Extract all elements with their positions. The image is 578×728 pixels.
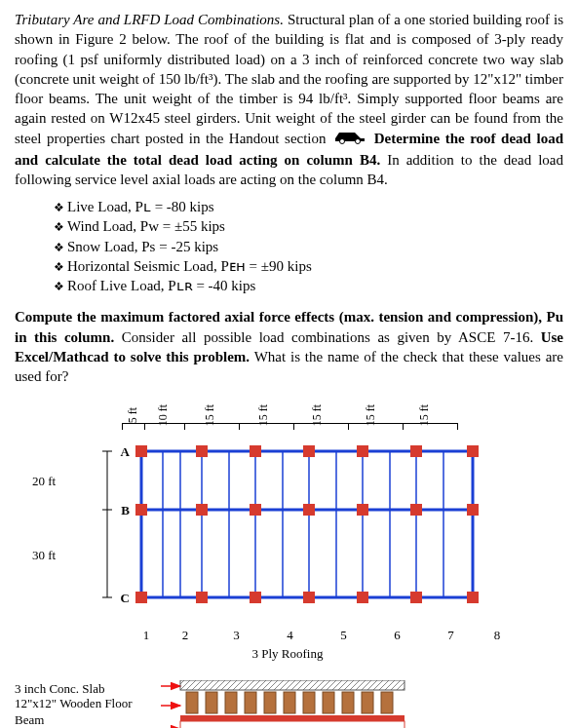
figure-plan: 5 ft 10 ft 15 ft 15 ft 15 ft 15 ft 15 ft… <box>83 394 563 662</box>
svg-rect-54 <box>323 692 334 713</box>
svg-rect-27 <box>357 504 368 516</box>
col-num: 8 <box>478 627 517 644</box>
svg-rect-24 <box>196 504 208 516</box>
svg-rect-30 <box>135 592 147 603</box>
svg-rect-50 <box>245 692 256 713</box>
col-num: 7 <box>424 627 478 644</box>
list-item: Live Load, Pʟ = -80 kips <box>54 197 563 216</box>
svg-rect-31 <box>196 592 208 603</box>
svg-rect-36 <box>467 592 479 603</box>
col-num: 3 <box>210 627 263 644</box>
svg-rect-20 <box>357 445 368 457</box>
svg-rect-34 <box>357 592 368 603</box>
svg-rect-28 <box>410 504 422 516</box>
list-item: Horizontal Seismic Load, Pᴇʜ = ±90 kips <box>54 256 563 276</box>
car-icon <box>333 129 366 149</box>
spacing-label: 5 ft <box>125 407 140 423</box>
svg-rect-58 <box>180 715 405 721</box>
svg-rect-26 <box>303 504 315 516</box>
svg-point-1 <box>356 139 361 144</box>
spacing-label: 15 ft <box>415 404 431 426</box>
svg-rect-21 <box>410 445 422 457</box>
figure-caption: 3 Ply Roofing <box>122 645 453 663</box>
col-num: 2 <box>161 627 210 644</box>
svg-rect-35 <box>410 592 422 603</box>
spacing-label: 15 ft <box>362 404 377 426</box>
svg-rect-18 <box>250 445 261 457</box>
svg-rect-55 <box>342 692 354 713</box>
svg-rect-19 <box>303 445 315 457</box>
spacing-label: 15 ft <box>308 404 324 426</box>
list-item: Roof Live Load, Pʟʀ = -40 kips <box>54 276 563 295</box>
svg-rect-16 <box>135 445 147 457</box>
spacing-label: 15 ft <box>254 404 270 426</box>
svg-rect-22 <box>467 445 479 457</box>
svg-rect-53 <box>303 692 315 713</box>
svg-rect-45 <box>180 680 405 690</box>
svg-rect-23 <box>135 504 147 516</box>
col-num: 6 <box>370 627 424 644</box>
svg-rect-52 <box>284 692 295 713</box>
svg-rect-57 <box>381 692 393 713</box>
list-item: Wind Load, Pw = ±55 kips <box>54 216 563 236</box>
svg-rect-60 <box>180 721 405 728</box>
intro-body: Structural plan of a one storied buildin… <box>15 12 563 146</box>
col-num: 5 <box>317 627 370 644</box>
svg-rect-25 <box>250 504 261 516</box>
section-title: Tributary Are and LRFD Load Combinations… <box>15 12 284 27</box>
svg-rect-49 <box>225 692 237 713</box>
row-label-b: B <box>121 503 130 517</box>
svg-rect-29 <box>467 504 479 516</box>
svg-rect-33 <box>303 592 315 603</box>
section-label-beam: 12"x12" Wooden Floor Beam <box>15 695 141 728</box>
vdim-2: 30 ft <box>32 547 56 564</box>
svg-rect-47 <box>186 692 198 713</box>
row-label-c: C <box>121 591 130 605</box>
section-svg <box>161 680 414 728</box>
spacing-label: 10 ft <box>155 404 171 426</box>
vdim-1: 20 ft <box>32 473 56 490</box>
svg-point-0 <box>340 139 345 144</box>
svg-rect-2 <box>141 451 473 597</box>
figure-section: 3 inch Conc. Slab 12"x12" Wooden Floor B… <box>15 680 563 728</box>
load-list: Live Load, Pʟ = -80 kips Wind Load, Pw =… <box>15 197 563 295</box>
svg-rect-51 <box>264 692 276 713</box>
plan-svg: A B C <box>102 441 492 617</box>
task-rest-1: Consider all possible load combinations … <box>122 329 533 345</box>
spacing-label: 15 ft <box>201 404 216 426</box>
svg-rect-56 <box>362 692 373 713</box>
col-num: 4 <box>263 627 317 644</box>
svg-rect-32 <box>250 592 261 603</box>
svg-rect-48 <box>206 692 217 713</box>
svg-rect-17 <box>196 445 208 457</box>
list-item: Snow Load, Ps = -25 kips <box>54 237 563 256</box>
row-label-a: A <box>121 444 131 459</box>
col-num: 1 <box>132 627 161 644</box>
